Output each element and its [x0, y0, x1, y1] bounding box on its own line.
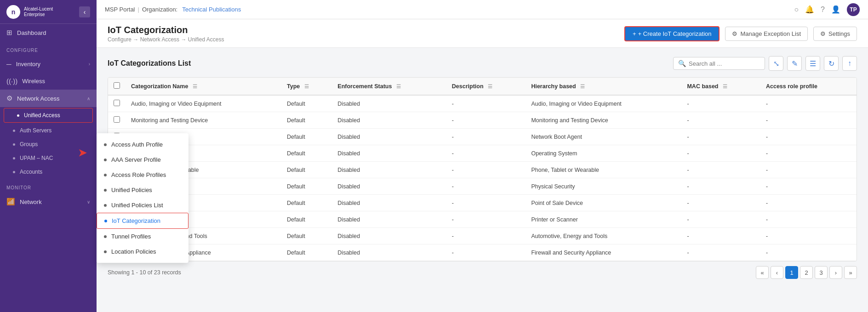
upload-icon-btn[interactable]: ↑: [842, 56, 857, 71]
chevron-down-icon: ∨: [87, 199, 90, 204]
row-checkbox[interactable]: [114, 100, 120, 106]
expand-icon-btn[interactable]: ⤡: [769, 56, 783, 71]
cell-mac: -: [681, 95, 760, 112]
dot-icon: [104, 143, 107, 146]
popup-item-access-auth-profile[interactable]: Access Auth Profile: [97, 137, 188, 152]
first-page-btn[interactable]: «: [756, 266, 769, 279]
col-menu-icon[interactable]: ☰: [580, 84, 585, 89]
cell-mac: -: [681, 211, 760, 228]
cell-type: Default: [281, 112, 332, 129]
msp-portal-link[interactable]: MSP Portal: [105, 6, 135, 13]
page-btn-2[interactable]: 2: [800, 266, 813, 279]
plus-icon: +: [633, 30, 636, 37]
cell-description: -: [446, 162, 526, 178]
cell-role: -: [760, 145, 857, 162]
cell-role: -: [760, 162, 857, 178]
sidebar-item-network-access[interactable]: ⚙ Network Access ∧: [0, 90, 97, 107]
sidebar-sub-unified-access[interactable]: Unified Access: [4, 108, 93, 123]
select-all-checkbox[interactable]: [114, 82, 120, 89]
popup-item-iot-categorization[interactable]: IoT Categorization: [97, 213, 188, 229]
popup-item-tunnel-profiles[interactable]: Tunnel Profiles: [97, 229, 188, 244]
pagination-bar: Showing 1 - 10 of 23 records « ‹ 1 2 3 ›…: [108, 261, 857, 283]
col-menu-icon[interactable]: ☰: [723, 84, 727, 89]
cell-status: Disabled: [332, 195, 446, 211]
cell-hierarchy: Printer or Scanner: [525, 211, 681, 228]
sidebar-item-wireless[interactable]: ((·)) Wireless: [0, 73, 97, 90]
sidebar-sub-auth-servers[interactable]: Auth Servers: [0, 124, 97, 137]
user-icon[interactable]: 👤: [831, 5, 840, 14]
cell-role: -: [760, 211, 857, 228]
cell-description: -: [446, 244, 526, 261]
sidebar-item-dashboard[interactable]: ⊞ Dashboard: [0, 24, 97, 41]
col-type: Type ☰: [281, 78, 332, 95]
dot-icon: [104, 159, 107, 161]
cell-mac: -: [681, 112, 760, 129]
sidebar-sub-label: UPAM – NAC: [20, 155, 53, 161]
next-page-btn[interactable]: ›: [829, 266, 842, 279]
popup-item-label: Access Role Profiles: [111, 171, 166, 178]
cell-role: -: [760, 228, 857, 244]
cell-mac: -: [681, 129, 760, 145]
gear-icon: ⚙: [732, 30, 737, 37]
cell-role: -: [760, 178, 857, 195]
page-btn-3[interactable]: 3: [815, 266, 828, 279]
col-menu-icon[interactable]: ☰: [488, 84, 492, 89]
avatar[interactable]: TP: [847, 3, 860, 16]
breadcrumb: Configure → Network Access → Unified Acc…: [108, 36, 224, 43]
col-menu-icon[interactable]: ☰: [304, 84, 309, 89]
dot-icon: [13, 143, 15, 146]
sidebar-sub-accounts[interactable]: Accounts: [0, 165, 97, 179]
popup-item-aaa-server-profile[interactable]: AAA Server Profile: [97, 152, 188, 167]
col-menu-icon[interactable]: ☰: [396, 84, 401, 89]
popup-item-unified-policies[interactable]: Unified Policies: [97, 182, 188, 198]
settings-button[interactable]: ⚙ Settings: [813, 27, 857, 41]
cell-type: Default: [281, 145, 332, 162]
cell-status: Disabled: [332, 162, 446, 178]
cell-status: Disabled: [332, 228, 446, 244]
page-btn-1[interactable]: 1: [785, 266, 798, 279]
prev-page-btn[interactable]: ‹: [771, 266, 783, 279]
org-name[interactable]: Technical Publications: [182, 6, 241, 13]
table-row: Phone, Tablet or Wearable Default Disabl…: [108, 162, 857, 178]
page-header-left: IoT Categorization Configure → Network A…: [108, 25, 224, 43]
row-checkbox[interactable]: [114, 116, 120, 123]
help-icon[interactable]: ?: [821, 6, 825, 14]
bell-icon[interactable]: 🔔: [805, 5, 814, 14]
col-menu-icon[interactable]: ☰: [193, 84, 197, 89]
popup-item-location-policies[interactable]: Location Policies: [97, 244, 188, 259]
popup-item-label: Access Auth Profile: [111, 141, 163, 148]
table-row: Firewall and Security Appliance Default …: [108, 244, 857, 261]
popup-item-unified-policies-list[interactable]: Unified Policies List: [97, 198, 188, 213]
popup-item-access-role-profiles[interactable]: Access Role Profiles: [97, 167, 188, 182]
cell-description: -: [446, 195, 526, 211]
search-input[interactable]: [689, 60, 760, 67]
dot-icon: [104, 189, 107, 192]
cell-name: Monitoring and Testing Device: [126, 112, 281, 129]
search-topbar-icon[interactable]: ○: [794, 6, 799, 14]
cell-status: Disabled: [332, 178, 446, 195]
topbar-icons: ○ 🔔 ? 👤 TP: [794, 3, 860, 16]
sidebar-item-inventory[interactable]: ─ Inventory ›: [0, 56, 97, 73]
cell-type: Default: [281, 162, 332, 178]
manage-exception-button[interactable]: ⚙ Manage Exception List: [725, 27, 808, 41]
dot-icon: [104, 174, 107, 176]
create-iot-categorization-button[interactable]: + + Create IoT Categorization: [624, 26, 720, 41]
cell-status: Disabled: [332, 112, 446, 129]
cell-mac: -: [681, 145, 760, 162]
last-page-btn[interactable]: »: [844, 266, 857, 279]
cell-mac: -: [681, 162, 760, 178]
col-hierarchy-based: Hierarchy based ☰: [525, 78, 681, 95]
col-mac-based: MAC based ☰: [681, 78, 760, 95]
table-wrap: Categorization Name ☰ Type ☰ Enforcement…: [108, 77, 857, 261]
chevron-down-icon: ∧: [87, 96, 90, 101]
cell-mac: -: [681, 244, 760, 261]
table-row: Printer or Scanner Default Disabled - Pr…: [108, 211, 857, 228]
red-arrow-indicator: ➤: [78, 147, 86, 159]
sidebar-item-network[interactable]: 📶 Network ∨: [0, 193, 97, 210]
edit-icon-btn[interactable]: ✎: [787, 56, 802, 71]
refresh-icon-btn[interactable]: ↻: [824, 56, 839, 71]
columns-icon-btn[interactable]: ☰: [805, 56, 820, 71]
back-button[interactable]: ‹: [79, 6, 90, 17]
cell-type: Default: [281, 228, 332, 244]
dot-icon: [104, 250, 107, 253]
